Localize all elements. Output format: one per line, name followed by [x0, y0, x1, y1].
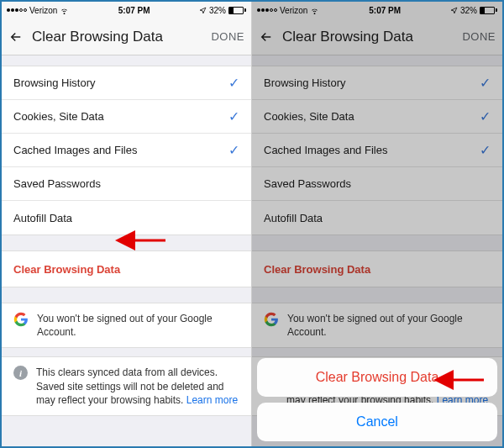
- row-cookies[interactable]: Cookies, Site Data ✓: [2, 100, 251, 134]
- data-type-list: Browsing History ✓ Cookies, Site Data ✓ …: [2, 66, 251, 235]
- row-cookies[interactable]: Cookies, Site Data ✓: [252, 100, 502, 134]
- row-browsing-history[interactable]: Browsing History ✓: [252, 66, 502, 100]
- location-icon: [199, 7, 207, 14]
- account-note-text: You won't be signed out of your Google A…: [37, 312, 239, 339]
- check-icon: ✓: [228, 108, 239, 124]
- row-cached[interactable]: Cached Images and Files ✓: [2, 134, 251, 167]
- nav-bar: Clear Browsing Data DONE: [2, 18, 251, 55]
- clear-browsing-data-button[interactable]: Clear Browsing Data: [252, 251, 502, 287]
- row-browsing-history[interactable]: Browsing History ✓: [2, 66, 251, 100]
- wifi-icon: [310, 6, 319, 15]
- phone-right: Verizon 5:07 PM 32% Clear Browsing Dat: [252, 2, 502, 446]
- data-type-list: Browsing History ✓ Cookies, Site Data ✓ …: [252, 66, 502, 235]
- sheet-clear-button[interactable]: Clear Browsing Data: [257, 358, 497, 397]
- sync-note: i This clears synced data from all devic…: [2, 356, 251, 416]
- done-button[interactable]: DONE: [211, 30, 244, 43]
- back-button[interactable]: [259, 29, 279, 45]
- signal-dots-icon: [257, 8, 277, 12]
- time-label: 5:07 PM: [118, 6, 150, 15]
- wifi-icon: [60, 6, 69, 15]
- account-note: You won't be signed out of your Google A…: [2, 303, 251, 348]
- check-icon: ✓: [228, 142, 239, 158]
- row-label: Browsing History: [13, 76, 96, 89]
- phone-left: Verizon 5:07 PM 32% Clear Browsing Dat: [2, 2, 252, 446]
- check-icon: ✓: [480, 108, 491, 124]
- status-bar: Verizon 5:07 PM 32%: [2, 2, 251, 18]
- row-label: Cookies, Site Data: [264, 110, 354, 123]
- row-autofill[interactable]: Autofill Data: [252, 201, 502, 235]
- row-cached[interactable]: Cached Images and Files ✓: [252, 134, 502, 167]
- nav-bar: Clear Browsing Data DONE: [252, 18, 502, 55]
- check-icon: ✓: [480, 142, 491, 158]
- page-title: Clear Browsing Data: [279, 29, 462, 45]
- google-logo-icon: [13, 312, 29, 327]
- account-note: You won't be signed out of your Google A…: [252, 303, 502, 348]
- learn-more-link[interactable]: Learn more: [186, 394, 238, 406]
- clear-label: Clear Browsing Data: [264, 263, 370, 276]
- row-label: Browsing History: [264, 76, 346, 89]
- carrier-label: Verizon: [29, 6, 57, 15]
- row-label: Autofill Data: [264, 212, 323, 224]
- info-icon: i: [13, 366, 28, 380]
- status-bar: Verizon 5:07 PM 32%: [252, 2, 502, 18]
- signal-dots-icon: [7, 8, 27, 12]
- row-label: Cookies, Site Data: [13, 110, 104, 123]
- check-icon: ✓: [228, 75, 239, 91]
- row-label: Cached Images and Files: [264, 144, 387, 156]
- battery-icon: [228, 7, 246, 14]
- battery-pct-label: 32%: [460, 6, 477, 15]
- row-passwords[interactable]: Saved Passwords: [252, 167, 502, 201]
- account-note-text: You won't be signed out of your Google A…: [287, 312, 491, 339]
- sheet-cancel-label: Cancel: [356, 414, 398, 430]
- row-label: Autofill Data: [13, 212, 72, 224]
- row-autofill[interactable]: Autofill Data: [2, 201, 251, 235]
- clear-browsing-data-button[interactable]: Clear Browsing Data: [2, 251, 251, 287]
- page-title: Clear Browsing Data: [29, 29, 211, 45]
- back-button[interactable]: [8, 29, 29, 45]
- row-passwords[interactable]: Saved Passwords: [2, 167, 251, 201]
- clear-label: Clear Browsing Data: [13, 263, 120, 276]
- action-sheet: Clear Browsing Data Cancel: [257, 358, 497, 441]
- google-logo-icon: [264, 312, 279, 327]
- check-icon: ✓: [480, 75, 491, 91]
- battery-pct-label: 32%: [209, 6, 226, 15]
- carrier-label: Verizon: [280, 6, 307, 15]
- row-label: Cached Images and Files: [13, 144, 137, 156]
- time-label: 5:07 PM: [369, 6, 401, 15]
- row-label: Saved Passwords: [264, 177, 351, 190]
- battery-icon: [480, 7, 497, 14]
- done-button[interactable]: DONE: [462, 30, 496, 43]
- sheet-cancel-button[interactable]: Cancel: [257, 403, 497, 441]
- location-icon: [450, 7, 458, 14]
- row-label: Saved Passwords: [13, 177, 101, 190]
- sheet-clear-label: Clear Browsing Data: [316, 370, 439, 385]
